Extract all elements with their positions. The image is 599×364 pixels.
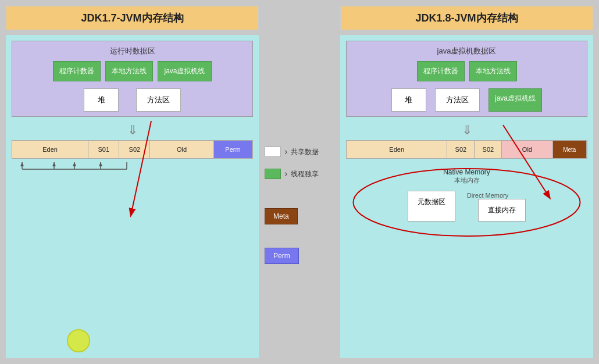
seg-old-right: Old (502, 141, 552, 158)
perm-box-middle: Perm (265, 248, 299, 264)
seg-s01-left: S01 (88, 141, 119, 158)
right-green-box-1: 本地方法线 (469, 61, 517, 81)
left-white-box-heap: 堆 (84, 88, 119, 112)
meta-box-middle: Meta (265, 208, 298, 224)
seg-s02a-right: S02 (447, 141, 475, 158)
bracket-svg (16, 161, 144, 174)
seg-meta-right: Meta (553, 141, 587, 158)
meta-area: Meta (265, 208, 298, 224)
native-oval-svg (346, 165, 587, 240)
middle-legend: › 共享数据 › 线程独享 Meta Perm (265, 6, 334, 358)
left-down-arrow: ⇓ (12, 123, 253, 138)
svg-marker-9 (99, 162, 102, 166)
left-white-box-method: 方法区 (136, 88, 181, 112)
legend-shared: › 共享数据 (265, 147, 319, 157)
left-diagram: 运行时数据区 程序计数器 本地方法线 java虚拟机线 堆 方法区 ⇓ Eden… (6, 35, 259, 358)
left-mem-bar: Eden S01 S02 Old Perm (12, 140, 253, 159)
left-green-box-1: 本地方法线 (105, 61, 153, 81)
seg-perm-left: Perm (214, 141, 252, 158)
left-green-box-2: java虚拟机线 (158, 61, 211, 81)
left-runtime-zone: 运行时数据区 程序计数器 本地方法线 java虚拟机线 堆 方法区 (12, 41, 253, 117)
right-down-arrow: ⇓ (346, 123, 587, 138)
seg-s02b-right: S02 (475, 141, 502, 158)
left-green-box-0: 程序计数器 (53, 61, 101, 81)
yellow-circle (67, 329, 90, 352)
perm-area: Perm (265, 248, 299, 264)
svg-point-11 (353, 169, 580, 236)
right-title: JDK1.8-JVM内存结构 (340, 6, 593, 30)
main-container: JDK1.7-JVM内存结构 运行时数据区 程序计数器 本地方法线 java虚拟… (0, 0, 599, 364)
right-panel: JDK1.8-JVM内存结构 java虚拟机数据区 程序计数器 本地方法线 堆 … (340, 6, 593, 358)
svg-marker-7 (52, 162, 56, 166)
left-panel: JDK1.7-JVM内存结构 运行时数据区 程序计数器 本地方法线 java虚拟… (6, 6, 259, 358)
right-green-box-2: java虚拟机线 (489, 88, 542, 112)
legend-shared-label: 共享数据 (291, 147, 319, 157)
left-title: JDK1.7-JVM内存结构 (6, 6, 259, 30)
bar-bracket (16, 161, 253, 174)
legend-white-box (265, 147, 281, 157)
right-mem-bar: Eden S02 S02 Old Meta (346, 140, 587, 159)
legend-arrow-right-2: › (284, 169, 287, 179)
legend-thread: › 线程独享 (265, 169, 319, 179)
svg-marker-6 (20, 162, 24, 166)
right-runtime-zone: java虚拟机数据区 程序计数器 本地方法线 堆 方法区 java虚拟机线 (346, 41, 587, 117)
native-memory-container: Native Memory 本地内存 元数据区 Direct Memory 直接… (346, 165, 587, 240)
right-green-box-0: 程序计数器 (417, 61, 465, 81)
legend-green-box (265, 169, 281, 179)
right-diagram: java虚拟机数据区 程序计数器 本地方法线 堆 方法区 java虚拟机线 ⇓ … (340, 35, 593, 358)
right-green-boxes-row: 程序计数器 本地方法线 (351, 61, 582, 81)
right-zone-label: java虚拟机数据区 (351, 46, 582, 56)
right-white-box-method: 方法区 (435, 88, 480, 112)
seg-eden-left: Eden (12, 141, 88, 158)
seg-eden-right: Eden (347, 141, 447, 158)
left-white-boxes-row: 堆 方法区 (17, 88, 248, 112)
left-green-boxes-row: 程序计数器 本地方法线 java虚拟机线 (17, 61, 248, 81)
right-white-box-heap: 堆 (391, 88, 426, 112)
legend-thread-label: 线程独享 (291, 169, 319, 179)
seg-s02-left: S02 (119, 141, 150, 158)
right-bottom-boxes-row: 堆 方法区 java虚拟机线 (351, 88, 582, 112)
svg-marker-8 (73, 162, 76, 166)
seg-old-left: Old (150, 141, 214, 158)
legend-arrow-right-1: › (284, 147, 287, 157)
left-zone-label: 运行时数据区 (17, 46, 248, 56)
